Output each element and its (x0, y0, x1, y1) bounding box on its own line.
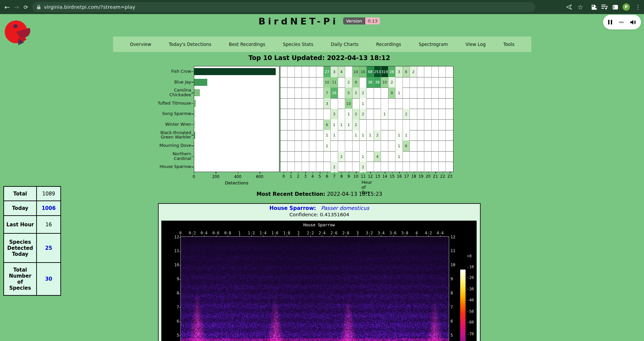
heatmap-cell (338, 109, 345, 119)
heatmap-cell: 3 (353, 109, 360, 119)
profile-avatar[interactable]: P (623, 3, 630, 11)
spectrogram-x-ticklabel: 1·2 (248, 231, 255, 235)
heatmap-cell (439, 119, 446, 130)
heatmap-cell (309, 119, 316, 130)
heatmap-cell (446, 109, 453, 119)
nav-item-tools[interactable]: Tools (503, 42, 514, 47)
bar-axis-tick (260, 172, 260, 174)
heatmap-cell: 1 (360, 151, 367, 162)
heatmap-cell: 2 (345, 77, 352, 88)
heatmap-cell: 1 (395, 130, 402, 141)
heatmap-cell (403, 77, 410, 88)
heatmap-cell (367, 88, 374, 98)
heatmap-cell: 2 (338, 151, 345, 162)
heatmap-cell (381, 88, 388, 98)
bookmark-star-icon[interactable]: ☆ (576, 0, 585, 14)
heatmap-cell: 6 (403, 140, 410, 151)
reload-icon[interactable]: ⟳ (21, 0, 31, 14)
send-icon[interactable] (565, 0, 574, 14)
heatmap-cell (287, 98, 294, 109)
heatmap-cell (309, 109, 316, 119)
detection-species[interactable]: House Sparrow: (269, 205, 316, 211)
side-panel-icon[interactable] (610, 0, 620, 14)
heatmap-cell (381, 119, 388, 130)
detection-confidence: Confidence: 0.41351604 (0, 212, 639, 217)
heatmap-cell (446, 98, 453, 109)
heatmap-cell: 14 (353, 66, 360, 77)
nav-item-spectrogram[interactable]: Spectrogram (419, 42, 448, 47)
hour-axis-ticklabel: 17 (404, 174, 409, 179)
heatmap-cell (374, 98, 381, 109)
heatmap-cell (295, 140, 302, 151)
stats-value[interactable]: 25 (37, 233, 61, 263)
volume-icon[interactable] (630, 19, 636, 25)
heatmap-cell (388, 151, 395, 162)
heatmap-cell: 2 (388, 77, 395, 88)
heatmap-cell (316, 119, 323, 130)
heatmap-cell: 16 (360, 66, 367, 77)
heatmap-cell (316, 130, 323, 141)
heatmap-cell (280, 140, 287, 151)
heatmap-cell (381, 162, 388, 172)
extensions-puzzle-icon[interactable] (589, 0, 599, 14)
heatmap-cell (432, 130, 439, 141)
hour-axis-tick (399, 172, 399, 173)
heatmap-cell (287, 77, 294, 88)
hourly-heatmap: 2734141668253319283621011293639102726532… (280, 66, 453, 172)
species-label: NorthernCardinal (114, 152, 191, 161)
player-progress[interactable] (619, 21, 624, 23)
address-bar[interactable]: virginia.birdnetpi.com/?stream=play (32, 2, 535, 12)
heatmap-cell (439, 162, 446, 172)
heatmap-cell (417, 151, 424, 162)
heatmap-cell (280, 98, 287, 109)
hour-axis-ticklabel: 21 (433, 174, 438, 179)
hour-axis-ticklabel: 19 (419, 174, 424, 179)
hour-axis-tick (385, 172, 385, 173)
nav-item-today-s-detections[interactable]: Today's Detections (169, 42, 211, 47)
heatmap-cell (280, 130, 287, 141)
hour-axis-tick (450, 172, 450, 173)
nav-item-daily-charts[interactable]: Daily Charts (331, 42, 359, 47)
spectrogram-y-ticklabel-left: 11 (169, 248, 179, 253)
heatmap-cell: 39 (374, 77, 381, 88)
spectrogram-y-ticklabel-right: 10 (450, 263, 461, 267)
pause-button[interactable] (608, 19, 612, 25)
menu-dots-icon[interactable]: ⋮ (633, 0, 643, 14)
heatmap-cell: 1 (345, 119, 352, 130)
heatmap-cell (424, 66, 431, 77)
spectrogram-image (180, 236, 449, 341)
stats-value[interactable]: 30 (37, 263, 61, 295)
media-playlist-icon[interactable] (600, 0, 609, 14)
heatmap-cell (331, 140, 338, 151)
hour-axis-ticklabel: 7 (333, 174, 335, 179)
hour-axis-ticklabel: 23 (447, 174, 452, 179)
heatmap-row: 273414166825331928362 (280, 66, 453, 77)
hour-axis-tick (407, 172, 407, 173)
hour-axis-ticklabel: 11 (361, 174, 366, 179)
heatmap-cell (446, 140, 453, 151)
species-label: Song Sparrow (114, 111, 191, 116)
species-label: Black-throatedGreen Warbler (114, 130, 191, 139)
heatmap-cell (280, 151, 287, 162)
nav-item-best-recordings[interactable]: Best Recordings (229, 42, 265, 47)
nav-item-species-stats[interactable]: Species Stats (283, 42, 313, 47)
forward-icon[interactable]: → (11, 0, 21, 14)
heatmap-cell: 3 (324, 98, 331, 109)
nav-item-view-log[interactable]: View Log (466, 42, 486, 47)
heatmap-row: 11111211 (280, 130, 453, 141)
heatmap-cell (353, 151, 360, 162)
detections-bar (194, 68, 276, 75)
species-label: Mourning Dove (114, 143, 191, 148)
recent-value: 2022-04-13 18:15:23 (327, 191, 382, 197)
detection-scientific-name[interactable]: Passer domesticus (321, 205, 369, 211)
hour-axis-ticklabel: 1 (290, 174, 292, 179)
heatmap-cell: 28 (388, 66, 395, 77)
heatmap-cell (424, 151, 431, 162)
spectrogram-y-ticklabel-left: 12 (169, 235, 179, 239)
heatmap-cell: 6 (324, 119, 331, 130)
back-icon[interactable]: ← (2, 0, 12, 14)
nav-item-overview[interactable]: Overview (130, 42, 151, 47)
spectrogram: House Sparrow Frequency (kHz) 00·20·40·6… (161, 221, 477, 341)
heatmap-cell: 10 (345, 98, 352, 109)
nav-item-recordings[interactable]: Recordings (376, 42, 401, 47)
